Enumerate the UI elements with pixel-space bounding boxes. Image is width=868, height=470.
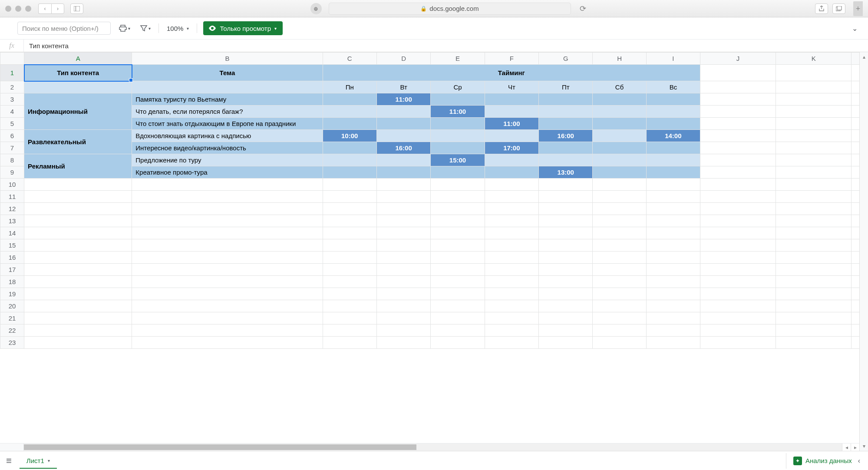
cell[interactable]	[646, 179, 700, 191]
cell[interactable]	[485, 300, 538, 312]
slot-cell[interactable]	[376, 166, 430, 179]
cell[interactable]	[539, 312, 593, 324]
cell[interactable]	[323, 215, 376, 227]
cell[interactable]	[323, 239, 376, 252]
cell[interactable]	[485, 337, 538, 349]
cell[interactable]	[376, 337, 430, 349]
cell[interactable]	[700, 276, 776, 288]
cell[interactable]	[132, 239, 323, 252]
cell[interactable]	[132, 276, 323, 288]
cell[interactable]	[593, 276, 646, 288]
row-header[interactable]: 14	[0, 227, 24, 239]
cell[interactable]	[700, 191, 776, 203]
slot-cell[interactable]	[593, 93, 646, 106]
cell[interactable]	[323, 191, 376, 203]
cell[interactable]	[431, 300, 485, 312]
cell[interactable]	[539, 337, 593, 349]
cell[interactable]	[132, 252, 323, 264]
cell[interactable]	[132, 337, 323, 349]
col-header-D[interactable]: D	[376, 53, 430, 65]
cell[interactable]	[431, 337, 485, 349]
row-header[interactable]: 17	[0, 264, 24, 276]
slot-cell[interactable]	[539, 154, 593, 166]
day-header[interactable]: Сб	[593, 81, 646, 93]
cell[interactable]	[132, 203, 323, 215]
topic-cell[interactable]: Вдохновляющая картинка с надписью	[132, 130, 323, 142]
cell[interactable]	[24, 239, 132, 252]
cell[interactable]	[323, 276, 376, 288]
day-header[interactable]: Вс	[646, 81, 700, 93]
time-cell[interactable]: 15:00	[431, 154, 485, 166]
cell[interactable]	[646, 191, 700, 203]
cell[interactable]	[539, 264, 593, 276]
cell[interactable]	[700, 142, 776, 154]
cell[interactable]	[593, 252, 646, 264]
time-cell[interactable]: 13:00	[539, 166, 593, 179]
cell[interactable]	[376, 264, 430, 276]
topic-cell[interactable]: Что делать, если потерялся багаж?	[132, 106, 323, 118]
cell[interactable]	[700, 118, 776, 130]
cell[interactable]	[776, 106, 851, 118]
cell[interactable]	[539, 203, 593, 215]
col-header-C[interactable]: C	[323, 53, 376, 65]
cell[interactable]	[485, 179, 538, 191]
col-header-I[interactable]: I	[646, 53, 700, 65]
cell[interactable]	[539, 300, 593, 312]
cell[interactable]	[593, 337, 646, 349]
fullscreen-window-icon[interactable]	[25, 6, 31, 12]
cell[interactable]	[776, 142, 851, 154]
slot-cell[interactable]	[431, 166, 485, 179]
print-icon[interactable]: ▾	[117, 24, 132, 32]
cell[interactable]	[776, 288, 851, 300]
time-cell[interactable]: 11:00	[485, 118, 538, 130]
cell[interactable]	[132, 264, 323, 276]
cell[interactable]	[776, 191, 851, 203]
cell[interactable]	[24, 276, 132, 288]
select-all-corner[interactable]	[0, 53, 24, 65]
time-cell[interactable]: 11:00	[376, 93, 430, 106]
cell-B1[interactable]: Тема	[132, 65, 323, 81]
cell[interactable]	[376, 191, 430, 203]
scroll-left-icon[interactable]: ◂	[842, 444, 851, 451]
col-header-G[interactable]: G	[539, 53, 593, 65]
cell[interactable]	[700, 312, 776, 324]
scrollbar-thumb[interactable]	[24, 444, 416, 450]
cell[interactable]	[132, 179, 323, 191]
cell[interactable]	[431, 288, 485, 300]
extension-icon[interactable]: ◎	[310, 3, 322, 14]
col-header-E[interactable]: E	[431, 53, 485, 65]
cell[interactable]	[376, 239, 430, 252]
cell[interactable]	[593, 179, 646, 191]
cell[interactable]	[646, 312, 700, 324]
all-sheets-icon[interactable]: ≡	[6, 455, 12, 467]
cell[interactable]	[485, 324, 538, 337]
cell[interactable]	[776, 130, 851, 142]
cell[interactable]	[132, 215, 323, 227]
row-header[interactable]: 1	[0, 65, 24, 81]
back-button[interactable]: ‹	[38, 3, 51, 14]
cell[interactable]	[646, 227, 700, 239]
new-tab-button[interactable]: +	[853, 1, 863, 16]
slot-cell[interactable]	[646, 118, 700, 130]
scroll-up-icon[interactable]: ▴	[863, 54, 865, 60]
cell[interactable]	[485, 276, 538, 288]
cell[interactable]	[376, 215, 430, 227]
slot-cell[interactable]	[539, 106, 593, 118]
time-cell[interactable]: 10:00	[323, 130, 376, 142]
cell[interactable]	[776, 264, 851, 276]
slot-cell[interactable]	[539, 93, 593, 106]
cell[interactable]	[700, 264, 776, 276]
cell[interactable]	[24, 191, 132, 203]
cell[interactable]	[776, 337, 851, 349]
cell[interactable]	[646, 203, 700, 215]
expand-toolbar-icon[interactable]: ⌄	[850, 23, 859, 34]
cell[interactable]	[323, 203, 376, 215]
row-header[interactable]: 18	[0, 276, 24, 288]
slot-cell[interactable]	[646, 93, 700, 106]
row-header[interactable]: 4	[0, 106, 24, 118]
chevron-down-icon[interactable]: ▾	[48, 458, 50, 463]
slot-cell[interactable]	[646, 154, 700, 166]
row-header[interactable]: 15	[0, 239, 24, 252]
cell[interactable]	[323, 312, 376, 324]
forward-button[interactable]: ›	[51, 3, 64, 14]
